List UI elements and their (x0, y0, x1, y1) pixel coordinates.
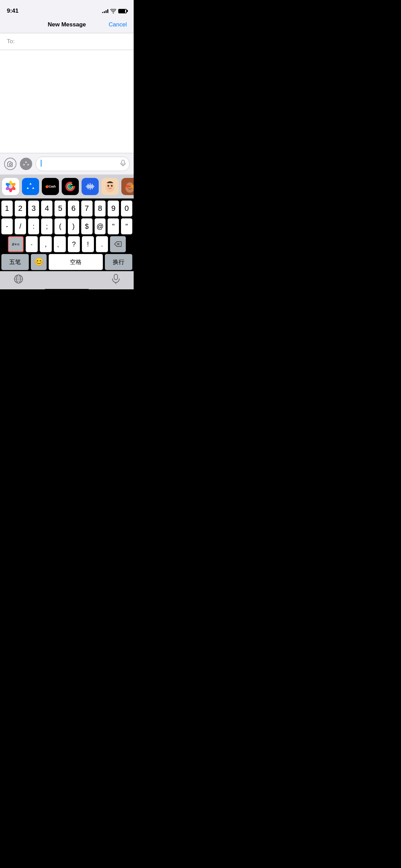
delete-key[interactable] (110, 236, 126, 252)
key-6[interactable]: 6 (68, 201, 79, 216)
key-9[interactable]: 9 (108, 201, 119, 216)
appstore-button[interactable] (20, 158, 32, 170)
app-icon-memoji1[interactable] (101, 178, 119, 195)
key-comma[interactable]: , (40, 236, 52, 252)
app-icon-cash[interactable]: 🍎Cash (42, 178, 59, 195)
key-period[interactable]: . (96, 236, 108, 252)
key-slash[interactable]: / (15, 218, 26, 234)
key-2[interactable]: 2 (15, 201, 26, 216)
key-at[interactable]: @ (95, 218, 106, 234)
key-space[interactable]: 空格 (49, 254, 103, 270)
app-icon-memoji2[interactable] (121, 178, 134, 195)
key-0[interactable]: 0 (121, 201, 132, 216)
app-row: 🍎Cash (0, 174, 134, 198)
status-time: 9:41 (7, 8, 19, 14)
nav-title: New Message (48, 21, 86, 28)
bottom-bar (0, 271, 134, 289)
symbol-row: - / : ; ( ) $ @ " " (0, 216, 134, 234)
svg-rect-41 (114, 274, 118, 280)
cancel-button[interactable]: Cancel (109, 21, 127, 28)
number-row: 1 2 3 4 5 6 7 8 9 0 (0, 198, 134, 216)
wifi-icon (110, 9, 116, 13)
key-7[interactable]: 7 (81, 201, 93, 216)
status-bar: 9:41 (0, 0, 134, 17)
key-5[interactable]: 5 (54, 201, 66, 216)
key-semicolon[interactable]: ; (41, 218, 52, 234)
text-cursor (41, 160, 41, 167)
key-1[interactable]: 1 (1, 201, 13, 216)
app-icon-appstore[interactable] (22, 178, 39, 195)
nav-header: New Message Cancel (0, 17, 134, 33)
third-row: #+= · , 、 ? ! . (0, 234, 134, 252)
app-icon-photos[interactable] (2, 178, 19, 195)
signal-icon (102, 9, 108, 13)
svg-point-0 (9, 164, 11, 166)
svg-point-27 (108, 185, 109, 187)
key-open-paren[interactable]: ( (54, 218, 66, 234)
key-dash[interactable]: - (1, 218, 13, 234)
key-emoji[interactable]: 😊 (31, 254, 47, 270)
message-body[interactable] (0, 50, 134, 153)
svg-rect-1 (122, 160, 124, 164)
input-bar (0, 153, 134, 174)
home-indicator (0, 289, 134, 289)
camera-icon (7, 161, 14, 167)
key-return[interactable]: 换行 (105, 254, 132, 270)
home-bar (45, 289, 89, 289)
key-4[interactable]: 4 (41, 201, 52, 216)
camera-button[interactable] (4, 158, 16, 170)
key-3[interactable]: 3 (28, 201, 39, 216)
to-field[interactable]: To: (0, 33, 134, 50)
appstore-icon (23, 160, 29, 167)
key-quote1[interactable]: " (108, 218, 119, 234)
to-label: To: (7, 38, 15, 45)
key-dollar[interactable]: $ (81, 218, 93, 234)
svg-rect-31 (126, 185, 129, 188)
svg-point-10 (9, 184, 13, 189)
svg-rect-32 (131, 185, 134, 188)
bottom-keyboard-row: 五笔 😊 空格 换行 (0, 252, 134, 271)
key-8[interactable]: 8 (95, 201, 106, 216)
app-icon-activity[interactable] (62, 178, 79, 195)
key-exclaim[interactable]: ! (82, 236, 94, 252)
key-close-paren[interactable]: ) (68, 218, 79, 234)
app-icon-soundwave[interactable] (82, 178, 99, 195)
key-question[interactable]: ? (68, 236, 80, 252)
key-quote2[interactable]: " (121, 218, 132, 234)
battery-icon (118, 9, 127, 13)
status-icons (102, 9, 127, 13)
key-ideographic-comma[interactable]: 、 (54, 236, 66, 252)
key-special-chars[interactable]: #+= (8, 236, 24, 252)
message-input[interactable] (36, 157, 130, 171)
mic-icon-bottom[interactable] (112, 274, 120, 286)
key-colon[interactable]: : (28, 218, 39, 234)
key-wubi[interactable]: 五笔 (1, 254, 29, 270)
svg-point-28 (111, 185, 113, 187)
mic-in-input-icon[interactable] (120, 160, 126, 168)
key-middot[interactable]: · (26, 236, 38, 252)
globe-icon[interactable] (14, 274, 23, 286)
